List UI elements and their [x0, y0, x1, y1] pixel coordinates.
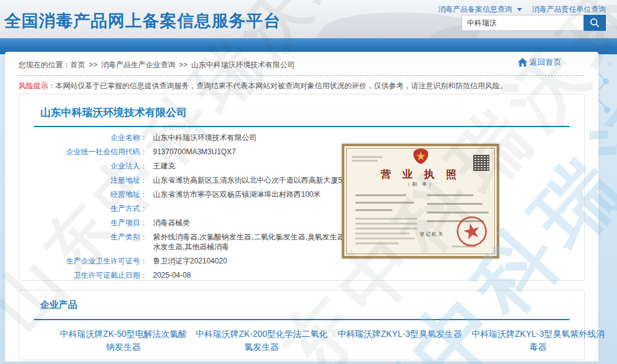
- field-label: 生产类别：: [19, 232, 147, 252]
- field-row: 生产方式：: [19, 201, 389, 215]
- field-row: 卫生许可证截止日期：2025-04-08: [19, 268, 389, 282]
- field-value: 山东中科瑞沃环境技术有限公司: [147, 133, 257, 143]
- field-value: 2025-04-08: [147, 270, 191, 280]
- field-label: 经营地址：: [19, 189, 147, 199]
- product-list: 中科瑞沃牌ZK-50型电解法次氯酸钠发生器 中科瑞沃牌ZK-200型化学法二氧化…: [56, 328, 609, 354]
- chevron-down-icon[interactable]: [517, 8, 522, 11]
- license-text-line: [355, 194, 406, 196]
- field-row: 经营地址：山东省潍坊市寒亭区双杨店镇湖淋埠出村路西100米: [19, 187, 389, 201]
- risk-notice-label: 风险提示：: [19, 81, 56, 90]
- search-bar: [462, 15, 606, 31]
- field-label: 注册地址：: [19, 175, 147, 185]
- breadcrumb: 您现在的位置： 首页 >> 消毒产品生产企业查询 >> 山东中科瑞沃环境技术有限…: [19, 58, 585, 72]
- field-value: 山东省潍坊市寒亭区双杨店镇湖淋埠出村路西100米: [147, 189, 321, 199]
- license-text-line: [355, 223, 417, 225]
- section-rule: [34, 126, 569, 127]
- product-link[interactable]: 中科瑞沃牌ZKYL-3型臭氧紫外线消毒器: [471, 328, 605, 354]
- top-nav: 消毒产品备案信息查询 消毒产品责任单位查询: [438, 4, 606, 15]
- field-label: 生产企业卫生许可证号：: [19, 256, 147, 266]
- license-subtitle: （副 本）: [347, 181, 494, 188]
- company-info-card: 山东中科瑞沃环境技术有限公司 企业名称：山东中科瑞沃环境技术有限公司 企业统一社…: [19, 94, 585, 281]
- product-link[interactable]: 中科瑞沃牌ZK-50型电解法次氯酸钠发生器: [56, 328, 191, 354]
- license-text-line: [355, 233, 410, 234]
- breadcrumb-separator: >>: [179, 60, 188, 69]
- field-label: 生产方式：: [19, 204, 147, 213]
- business-license-image[interactable]: 营 业 执 照 （副 本） 登记机关: [342, 144, 499, 259]
- nav-responsible-unit-query[interactable]: 消毒产品责任单位查询: [532, 4, 606, 15]
- search-input[interactable]: [462, 15, 584, 31]
- back-home-label: 返回首页: [529, 57, 561, 68]
- field-label: 生产项目：: [19, 218, 147, 228]
- field-value: 鲁卫消证字202104020: [147, 256, 227, 266]
- site-header: 全国消毒产品网上备案信息服务平台 消毒产品备案信息查询 消毒产品责任单位查询: [0, 0, 617, 38]
- home-icon: [518, 58, 528, 67]
- field-value: 91370700MA3M3U1QX7: [147, 147, 236, 157]
- field-row: 企业统一社会信用代码：91370700MA3M3U1QX7: [19, 144, 389, 159]
- company-name-heading: 山东中科瑞沃环境技术有限公司: [40, 105, 187, 120]
- license-text-line: [355, 202, 414, 204]
- license-title: 营 业 执 照: [347, 167, 494, 181]
- license-text-line: [427, 194, 473, 196]
- field-row: 企业法人：王建克: [19, 159, 389, 173]
- field-label: 企业法人：: [19, 161, 147, 171]
- field-label: 企业名称：: [19, 133, 147, 143]
- license-text-line: [355, 238, 415, 239]
- product-link[interactable]: 中科瑞沃牌ZK-200型化学法二氧化氯发生器: [194, 328, 329, 354]
- main-panel: 您现在的位置： 首页 >> 消毒产品生产企业查询 >> 山东中科瑞沃环境技术有限…: [5, 52, 598, 362]
- license-text-line: [355, 242, 399, 244]
- field-row: 生产项目：消毒器械类: [19, 215, 389, 230]
- field-row: 企业名称：山东中科瑞沃环境技术有限公司: [19, 130, 389, 144]
- license-text-line: [355, 228, 417, 230]
- license-issuer-label: 登记机关: [420, 231, 444, 238]
- field-row: 生产企业卫生许可证号：鲁卫消证字202104020: [19, 254, 389, 268]
- risk-notice-text: 本网站仅基于已掌握的信息提供查询服务，查询结果不代表本网站对被查询对象信用状况的…: [56, 81, 507, 90]
- company-fields: 企业名称：山东中科瑞沃环境技术有限公司 企业统一社会信用代码：91370700M…: [19, 130, 389, 282]
- breadcrumb-separator: >>: [89, 60, 97, 69]
- breadcrumb-prefix: 您现在的位置：: [19, 60, 70, 70]
- license-corner-text: [352, 156, 384, 162]
- search-button[interactable]: [584, 15, 606, 31]
- field-label: 卫生许可证截止日期：: [19, 270, 147, 280]
- nav-record-info-query[interactable]: 消毒产品备案信息查询: [438, 4, 512, 15]
- red-seal-icon: [453, 212, 492, 253]
- field-label: 企业统一社会信用代码：: [19, 147, 147, 157]
- breadcrumb-enterprise-query[interactable]: 消毒产品生产企业查询: [101, 60, 175, 70]
- license-text-line: [355, 218, 417, 220]
- field-value: 紫外线消毒器,次氯酸钠发生器,二氧化氯发生器,臭氧发生器、臭氧水发生器,其他器械…: [147, 232, 368, 252]
- field-value: [147, 204, 153, 213]
- field-value: 消毒器械类: [147, 218, 190, 228]
- company-products-card: 企业产品 中科瑞沃牌ZK-50型电解法次氯酸钠发生器 中科瑞沃牌ZK-200型化…: [19, 290, 585, 360]
- search-icon: [589, 17, 600, 28]
- field-value: 王建克: [147, 161, 175, 171]
- breadcrumb-home[interactable]: 首页: [70, 60, 85, 70]
- products-heading: 企业产品: [40, 299, 77, 311]
- product-link[interactable]: 中科瑞沃牌ZKYL-3型臭氧发生器: [333, 328, 467, 354]
- field-row: 生产类别：紫外线消毒器,次氯酸钠发生器,二氧化氯发生器,臭氧发生器、臭氧水发生器…: [19, 230, 389, 254]
- section-rule: [34, 319, 569, 320]
- field-row: 注册地址：山东省潍坊高新区玉清东街以北中心次干道以西高新大厦502房间: [19, 173, 389, 187]
- license-inner-frame: 营 业 执 照 （副 本） 登记机关: [346, 148, 495, 254]
- risk-notice: 风险提示：本网站仅基于已掌握的信息提供查询服务，查询结果不代表本网站对被查询对象…: [19, 81, 580, 91]
- back-home-link[interactable]: 返回首页: [518, 57, 561, 68]
- breadcrumb-company[interactable]: 山东中科瑞沃环境技术有限公司: [191, 60, 295, 70]
- field-value: 山东省潍坊高新区玉清东街以北中心次干道以西高新大厦502房间: [147, 175, 365, 185]
- dashed-divider: [19, 75, 584, 76]
- license-text-line: [427, 203, 482, 205]
- license-text-line: [355, 209, 392, 211]
- site-title: 全国消毒产品网上备案信息服务平台: [4, 10, 281, 32]
